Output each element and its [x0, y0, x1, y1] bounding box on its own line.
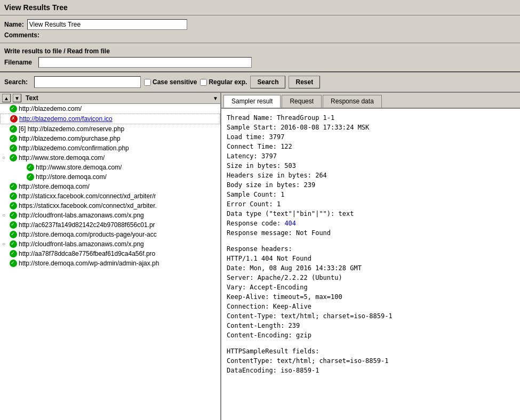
tree-item[interactable]: http://store.demoqa.com/: [0, 172, 220, 182]
status-icon-green: [10, 183, 17, 190]
date-header: Date: Mon, 08 Aug 2016 14:33:28 GMT: [227, 263, 515, 273]
filename-input[interactable]: [38, 57, 252, 68]
httpsample-label: HTTPSampleResult fields:: [227, 346, 515, 356]
tree-item[interactable]: http://store.demoqa.com/: [0, 182, 220, 191]
expand-icon: [3, 116, 9, 122]
regular-exp-checkbox[interactable]: [200, 79, 207, 86]
expand-icon: [2, 193, 9, 199]
expand-icon: [2, 135, 9, 142]
expand-icon: ○: [2, 212, 9, 219]
headers-size: Headers size in bytes: 264: [227, 171, 515, 180]
search-bar: Search: Case sensitive Regular exp. Sear…: [0, 72, 520, 93]
content-encoding-header: Content-Encoding: gzip: [227, 330, 515, 340]
tree-item[interactable]: http://aa78f78ddca8e7756fbeaf61d9ca4a56f…: [0, 249, 220, 259]
window-title: View Results Tree: [0, 0, 520, 15]
tree-item[interactable]: http://ac6237fa149d82142c24b97088f656c01…: [0, 220, 220, 230]
status-icon-green: [10, 250, 17, 257]
status-icon-green: [10, 125, 17, 133]
search-label: Search:: [4, 78, 28, 86]
status-icon-green: [10, 105, 17, 112]
reset-button[interactable]: Reset: [289, 76, 320, 88]
tree-item[interactable]: http://blazedemo.com/favicon.ico: [0, 114, 220, 124]
tree-item[interactable]: ○ http://cloudfront-labs.amazonaws.com/x…: [0, 211, 220, 220]
tab-request[interactable]: Request: [282, 95, 322, 108]
server-header: Server: Apache/2.2.22 (Ubuntu): [227, 273, 515, 282]
body-size: Body size in bytes: 239: [227, 180, 515, 190]
http-status: HTTP/1.1 404 Not Found: [227, 254, 515, 263]
status-icon-red: [10, 115, 18, 123]
case-sensitive-checkbox[interactable]: [144, 79, 151, 86]
status-icon-green: [10, 135, 17, 142]
data-encoding-field: DataEncoding: iso-8859-1: [227, 366, 515, 375]
data-type: Data type ("text"|"bin"|""): text: [227, 209, 515, 219]
name-label: Name:: [4, 21, 24, 28]
response-code-line: Response code: 404: [227, 219, 515, 228]
thread-name: Thread Name: ThreadGroup 1-1: [227, 113, 515, 123]
sort-arrow-icon: ▼: [213, 95, 218, 101]
content-type-field: ContentType: text/html; charset=iso-8859…: [227, 356, 515, 366]
expand-icon: [19, 174, 26, 180]
tree-item[interactable]: http://store.demoqa.com/wp-admin/admin-a…: [0, 259, 220, 268]
expand-icon: [19, 164, 26, 171]
expand-icon: [2, 231, 9, 238]
expand-icon: [2, 183, 9, 190]
tree-item[interactable]: ○ http://cloudfront-labs.amazonaws.com/x…: [0, 239, 220, 249]
status-icon-green: [10, 144, 17, 152]
expand-icon: [2, 251, 9, 257]
right-panel: Sampler result Request Response data Thr…: [221, 93, 520, 420]
tab-response-data[interactable]: Response data: [323, 95, 382, 108]
status-icon-green: [10, 212, 17, 219]
expand-icon: [2, 203, 9, 209]
expand-icon: [2, 126, 9, 132]
column-header: Text: [26, 94, 213, 102]
case-sensitive-label[interactable]: Case sensitive: [144, 78, 197, 86]
keep-alive-header: Keep-Alive: timeout=5, max=100: [227, 292, 515, 302]
tree-item[interactable]: [6] http://blazedemo.com/reserve.php: [0, 124, 220, 134]
comments-label: Comments:: [4, 31, 39, 39]
expand-button[interactable]: ▼: [13, 94, 21, 102]
tree-item[interactable]: http://store.demoqa.com/products-page/yo…: [0, 230, 220, 239]
status-icon-green: [10, 154, 17, 161]
tree-list[interactable]: http://blazedemo.com/ http://blazedemo.c…: [0, 104, 220, 420]
result-content: Thread Name: ThreadGroup 1-1 Sample Star…: [221, 109, 520, 420]
content-length-header: Content-Length: 239: [227, 321, 515, 330]
error-count: Error Count: 1: [227, 199, 515, 209]
status-icon-green: [10, 192, 17, 200]
search-button[interactable]: Search: [250, 76, 285, 88]
tabs: Sampler result Request Response data: [221, 93, 520, 109]
status-icon-green: [27, 173, 34, 181]
tree-item[interactable]: ○ http://www.store.demoqa.com/: [0, 153, 220, 163]
expand-icon: [2, 106, 9, 112]
status-icon-green: [10, 202, 17, 209]
tree-item[interactable]: http://blazedemo.com/: [0, 104, 220, 114]
response-message: Response message: Not Found: [227, 228, 515, 238]
response-code-value: 404: [284, 220, 296, 227]
tree-item[interactable]: https://staticxx.facebook.com/connect/xd…: [0, 201, 220, 211]
write-section-header: Write results to file / Read from file: [4, 47, 516, 55]
tab-sampler-result[interactable]: Sampler result: [223, 95, 281, 108]
vary-header: Vary: Accept-Encoding: [227, 282, 515, 292]
tree-item[interactable]: http://blazedemo.com/purchase.php: [0, 134, 220, 143]
expand-icon: [2, 145, 9, 151]
tree-item[interactable]: http://blazedemo.com/confirmation.php: [0, 143, 220, 153]
response-headers-label: Response headers:: [227, 244, 515, 254]
left-panel-header: ▲ ▼ Text ▼: [0, 93, 220, 104]
tree-item[interactable]: http://www.store.demoqa.com/: [0, 163, 220, 172]
expand-icon: [2, 222, 9, 228]
name-input[interactable]: [27, 19, 187, 30]
size-bytes: Size in bytes: 503: [227, 161, 515, 171]
connect-time: Connect Time: 122: [227, 142, 515, 151]
collapse-button[interactable]: ▲: [2, 94, 11, 102]
status-icon-green: [27, 164, 34, 171]
search-input[interactable]: [34, 76, 141, 88]
content-type-header: Content-Type: text/html; charset=iso-885…: [227, 311, 515, 321]
expand-icon: [2, 260, 9, 266]
tree-item[interactable]: http://staticxx.facebook.com/connect/xd_…: [0, 191, 220, 201]
status-icon-green: [10, 260, 17, 267]
status-icon-green: [10, 221, 17, 229]
regular-exp-label[interactable]: Regular exp.: [200, 78, 247, 86]
connection-header: Connection: Keep-Alive: [227, 302, 515, 311]
sample-start: Sample Start: 2016-08-08 17:33:24 MSK: [227, 123, 515, 132]
status-icon-green: [10, 231, 17, 238]
filename-label: Filename: [4, 59, 32, 66]
